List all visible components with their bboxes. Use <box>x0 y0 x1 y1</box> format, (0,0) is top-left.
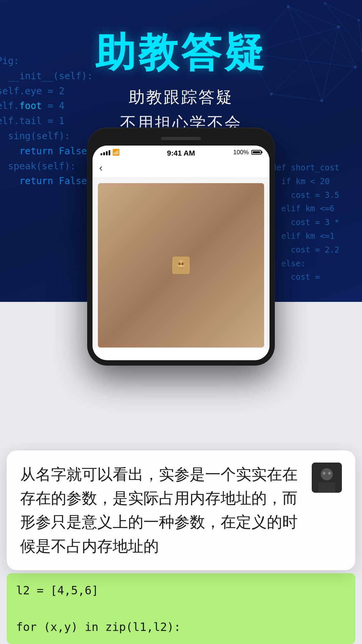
status-left: 📶 <box>101 149 120 156</box>
big-bubble-overlay: 从名字就可以看出，实参是一个实实在在存在的参数，是实际占用内存地址的，而形参只是… <box>7 450 355 570</box>
wifi-icon: 📶 <box>112 149 120 156</box>
signal-icon <box>101 149 110 155</box>
main-title: 助教答疑 <box>0 30 362 74</box>
svg-point-30 <box>181 263 183 265</box>
bottom-code-section: l2 = [4,5,6] for (x,y) in zip(l1,l2): <box>7 573 355 644</box>
battery-fill <box>253 151 260 153</box>
svg-point-23 <box>358 19 360 21</box>
svg-point-13 <box>287 5 290 8</box>
phone-screen: 📶 9:41 AM 100% ‹ <box>93 146 269 360</box>
battery-icon <box>251 150 261 155</box>
battery-percent: 100% <box>233 149 249 156</box>
message-row-1: 那这几项统一作为表中第一项存在，要怎么取到其中的一个呢 <box>98 183 264 347</box>
svg-line-19 <box>325 3 359 20</box>
teacher-avatar <box>312 463 342 493</box>
status-right: 100% <box>233 149 261 156</box>
phone-frame: 📶 9:41 AM 100% ‹ <box>87 127 275 366</box>
svg-point-22 <box>324 2 326 4</box>
back-button[interactable]: ‹ <box>99 163 103 173</box>
svg-point-29 <box>179 263 181 265</box>
big-bubble-text: 从名字就可以看出，实参是一个实实在在存在的参数，是实际占用内存地址的，而形参只是… <box>20 463 305 558</box>
subtitle-line1: 助教跟踪答疑 <box>0 85 362 110</box>
chat-area: 那这几项统一作为表中第一项存在，要怎么取到其中的一个呢 4月19日 上午11:2… <box>93 178 269 349</box>
svg-point-14 <box>337 25 340 28</box>
phone-speaker <box>161 137 201 140</box>
code-line-1: l2 = [4,5,6] <box>16 581 346 599</box>
code-background-right: def short_cost if km < 20 cost = 3.5 eli… <box>272 161 362 284</box>
svg-point-42 <box>323 472 325 475</box>
status-bar: 📶 9:41 AM 100% <box>93 146 269 158</box>
svg-point-43 <box>328 472 331 475</box>
message-bubble-1: 那这几项统一作为表中第一项存在，要怎么取到其中的一个呢 <box>268 183 269 347</box>
code-line-2 <box>16 599 346 618</box>
svg-point-31 <box>179 265 183 267</box>
svg-line-0 <box>288 7 339 27</box>
svg-rect-41 <box>318 482 335 493</box>
green-code-bubble: l2 = [4,5,6] for (x,y) in zip(l1,l2): <box>7 573 355 644</box>
phone-notch <box>93 133 269 144</box>
status-time: 9:41 AM <box>167 149 195 158</box>
avatar-student-1 <box>98 183 264 347</box>
title-section: 助教答疑 助教跟踪答疑 不用担心学不会 <box>0 30 362 136</box>
code-line-3: for (x,y) in zip(l1,l2): <box>16 618 346 636</box>
nav-bar: ‹ <box>93 158 269 178</box>
phone-mockup: 📶 9:41 AM 100% ‹ <box>87 127 275 366</box>
svg-point-40 <box>321 468 333 480</box>
